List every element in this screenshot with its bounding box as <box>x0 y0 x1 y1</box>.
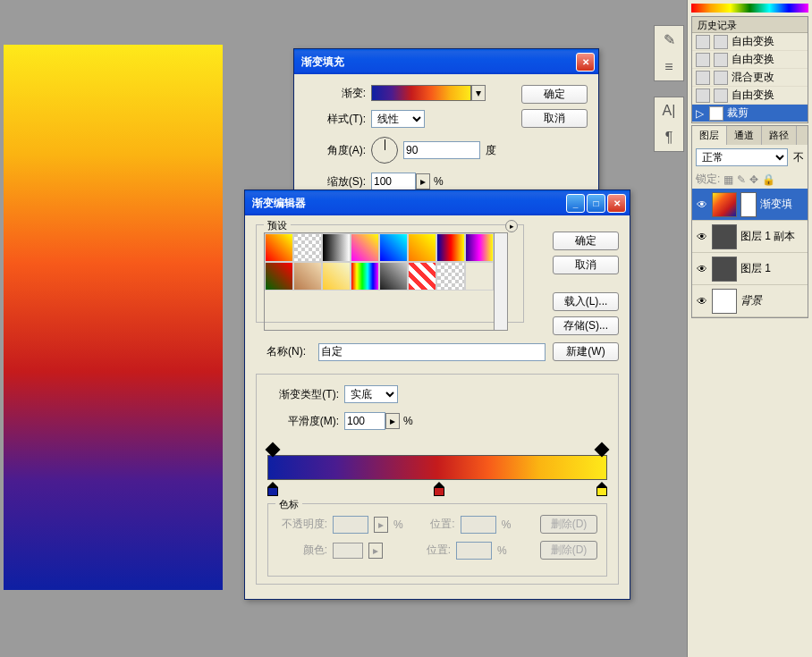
canvas-gradient-preview <box>4 45 223 590</box>
visibility-icon[interactable]: 👁 <box>696 295 708 307</box>
opacity-input <box>333 516 368 534</box>
gradient-dropdown-icon[interactable]: ▾ <box>471 85 486 101</box>
smooth-input[interactable] <box>344 412 385 430</box>
color-stop[interactable] <box>434 482 444 498</box>
layer-thumb[interactable] <box>712 224 737 249</box>
maximize-icon[interactable]: □ <box>587 194 605 213</box>
brush-tool-icon[interactable]: ✎ <box>664 31 675 48</box>
history-item[interactable]: 混合更改 <box>692 69 808 87</box>
color-stop[interactable] <box>596 482 607 498</box>
cancel-button[interactable]: 取消 <box>521 109 588 128</box>
grad-type-label: 渐变类型(T): <box>267 387 339 402</box>
new-button[interactable]: 新建(W) <box>553 342 619 361</box>
gradient-editor-dialog: 渐变编辑器 _ □ ✕ 预设 ▸ <box>244 190 630 600</box>
layer-row[interactable]: 👁 背景 <box>692 285 808 317</box>
color-label: 颜色: <box>277 543 327 558</box>
style-label: 样式(T): <box>303 112 366 127</box>
color-spectrum[interactable] <box>691 4 808 13</box>
ok-button[interactable]: 确定 <box>553 232 619 250</box>
delete-button: 删除(D) <box>540 541 597 560</box>
opacity-label: 不透明度: <box>277 517 327 532</box>
gradient-editor-titlebar[interactable]: 渐变编辑器 _ □ ✕ <box>245 190 630 215</box>
position-input <box>456 542 492 560</box>
angle-input[interactable] <box>403 141 480 159</box>
lock-paint-icon[interactable]: ✎ <box>737 173 746 186</box>
position-label: 位置: <box>419 543 451 558</box>
color-stop[interactable] <box>267 482 278 498</box>
scale-unit: % <box>434 175 444 188</box>
cancel-button[interactable]: 取消 <box>553 256 619 274</box>
layer-thumb[interactable] <box>712 192 737 217</box>
grad-type-select[interactable]: 实底 <box>344 385 398 403</box>
ok-button[interactable]: 确定 <box>521 85 588 104</box>
layer-name[interactable]: 背景 <box>740 293 762 308</box>
smooth-unit: % <box>403 415 413 427</box>
para-tool-icon[interactable]: ≡ <box>664 59 672 75</box>
layer-name[interactable]: 图层 1 <box>740 261 771 276</box>
minimize-icon[interactable]: _ <box>566 194 585 213</box>
vertical-toolbar: A| ¶ <box>654 97 684 152</box>
lock-trans-icon[interactable]: ▦ <box>723 173 733 186</box>
opacity-abbr: 不 <box>793 150 804 165</box>
save-button[interactable]: 存储(S)... <box>553 316 619 335</box>
lock-all-icon[interactable]: 🔒 <box>762 173 775 186</box>
position-label: 位置: <box>423 517 455 532</box>
para-tool-icon[interactable]: ¶ <box>665 130 673 146</box>
lock-label: 锁定: <box>696 172 720 187</box>
scale-input[interactable] <box>371 173 416 190</box>
layer-thumb[interactable] <box>712 257 737 282</box>
layer-name[interactable]: 图层 1 副本 <box>740 229 795 244</box>
right-panels: ✎ ≡ A| ¶ 历史记录 自由变换 自由变换 混合更改 自由变换 ▷裁剪 图层… <box>687 0 812 657</box>
visibility-icon[interactable]: 👁 <box>696 198 708 211</box>
gradient-fill-titlebar[interactable]: 渐变填充 ✕ <box>294 49 598 74</box>
name-input[interactable] <box>318 343 546 361</box>
color-swatch <box>333 543 363 559</box>
visibility-icon[interactable]: 👁 <box>696 231 708 243</box>
close-icon[interactable]: ✕ <box>607 194 626 213</box>
position-input <box>461 516 496 534</box>
scale-label: 缩放(S): <box>303 174 366 190</box>
angle-label: 角度(A): <box>303 143 366 158</box>
tab-channels[interactable]: 通道 <box>727 126 762 145</box>
stops-label: 色标 <box>275 498 302 511</box>
opacity-unit: % <box>393 518 403 531</box>
gradient-fill-title: 渐变填充 <box>301 55 574 70</box>
visibility-icon[interactable]: 👁 <box>696 263 708 275</box>
smooth-label: 平滑度(M): <box>267 414 339 429</box>
tab-paths[interactable]: 路径 <box>762 126 797 145</box>
history-panel: 历史记录 自由变换 自由变换 混合更改 自由变换 ▷裁剪 <box>691 16 808 123</box>
position-unit: % <box>502 518 512 531</box>
gradient-swatch[interactable] <box>371 85 471 101</box>
layer-name[interactable]: 渐变填 <box>760 197 792 212</box>
vertical-toolbar: ✎ ≡ <box>654 25 684 81</box>
close-icon[interactable]: ✕ <box>576 53 595 72</box>
delete-button: 删除(D) <box>540 515 597 534</box>
preset-grid[interactable] <box>264 232 494 331</box>
mask-thumb[interactable] <box>740 192 757 217</box>
load-button[interactable]: 载入(L)... <box>553 292 619 311</box>
lock-move-icon[interactable]: ✥ <box>749 173 758 186</box>
name-label: 名称(N): <box>256 344 306 359</box>
stepper-icon: ▸ <box>374 517 388 533</box>
history-item[interactable]: ▷裁剪 <box>692 105 808 122</box>
angle-dial[interactable] <box>371 137 398 164</box>
char-tool-icon[interactable]: A| <box>663 103 676 119</box>
angle-unit: 度 <box>486 143 496 158</box>
style-select[interactable]: 线性 <box>371 110 425 128</box>
scale-stepper-icon[interactable]: ▸ <box>416 173 430 190</box>
history-title: 历史记录 <box>692 17 808 33</box>
gradient-label: 渐变: <box>303 86 366 101</box>
layer-row[interactable]: 👁 图层 1 <box>692 253 808 285</box>
tab-layers[interactable]: 图层 <box>692 126 727 145</box>
smooth-stepper-icon[interactable]: ▸ <box>385 413 400 429</box>
history-item[interactable]: 自由变换 <box>692 51 808 69</box>
blend-mode-select[interactable]: 正常 <box>696 148 788 166</box>
history-item[interactable]: 自由变换 <box>692 33 808 51</box>
preset-scrollbar[interactable] <box>494 232 508 331</box>
history-item[interactable]: 自由变换 <box>692 87 808 105</box>
layer-thumb[interactable] <box>712 289 737 314</box>
layer-row[interactable]: 👁 图层 1 副本 <box>692 221 808 253</box>
layers-panel: 图层 通道 路径 正常 不 锁定: ▦ ✎ ✥ 🔒 👁 渐变填 👁 图层 1 副… <box>691 125 808 318</box>
presets-menu-icon[interactable]: ▸ <box>505 220 518 232</box>
layer-row[interactable]: 👁 渐变填 <box>692 189 808 221</box>
